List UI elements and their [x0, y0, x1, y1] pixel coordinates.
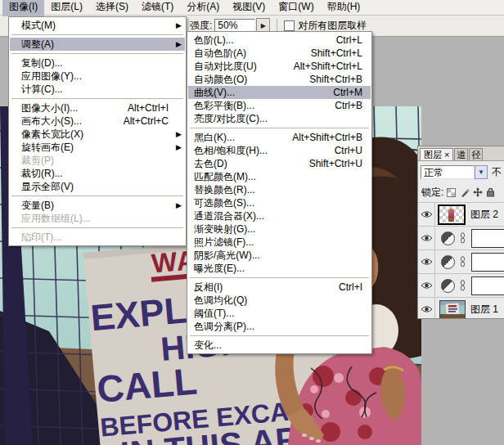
menu-item-shortcut: Alt+Ctrl+I	[128, 102, 169, 114]
submenu-arrow-icon: ▶	[176, 40, 182, 48]
menu-item-label: 模式(M)	[21, 19, 56, 33]
menubar-item-help[interactable]: 帮助(H)	[321, 0, 367, 16]
menu-item-label: 色相/饱和度(H)...	[194, 144, 268, 158]
eye-icon	[421, 234, 433, 242]
submenu-item-auto-color[interactable]: 自动颜色(O) Shift+Ctrl+B	[188, 73, 371, 86]
menu-item-image-size[interactable]: 图像大小(I)... Alt+Ctrl+I	[10, 101, 185, 115]
layer-mask-thumbnail[interactable]	[471, 276, 504, 295]
tab-channels[interactable]: 道	[454, 148, 468, 160]
layer-mask-thumbnail[interactable]	[471, 229, 504, 248]
layer-row-layer2[interactable]: 图层 2	[418, 203, 504, 227]
menu-item-calculations[interactable]: 计算(C)...	[10, 83, 185, 96]
menu-item-label: 计算(C)...	[21, 83, 63, 97]
menu-item-adjustments[interactable]: 调整(A) ▶	[10, 38, 185, 51]
visibility-toggle[interactable]	[418, 250, 435, 273]
menu-item-mode[interactable]: 模式(M) ▶	[10, 19, 185, 32]
menu-item-variables[interactable]: 变量(B) ▶	[10, 199, 185, 212]
menubar-item-analysis[interactable]: 分析(A)	[180, 0, 226, 16]
menubar-item-select[interactable]: 选择(S)	[89, 0, 135, 16]
submenu-item-auto-levels[interactable]: 自动色阶(A) Shift+Ctrl+L	[188, 47, 371, 60]
submenu-item-selective-color[interactable]: 可选颜色(S)...	[188, 196, 371, 209]
panel-tab-strip: 图层 × 道 径	[418, 146, 504, 161]
tab-layers[interactable]: 图层 ×	[420, 148, 453, 160]
submenu-item-match-color[interactable]: 匹配颜色(M)...	[188, 170, 371, 183]
layer-row-adjustment-1[interactable]	[418, 227, 504, 250]
menubar-item-layer[interactable]: 图层(L)	[44, 0, 89, 16]
visibility-toggle[interactable]	[418, 203, 435, 226]
menu-item-duplicate[interactable]: 复制(D)...	[10, 56, 185, 70]
submenu-item-posterize[interactable]: 色调分离(P)...	[188, 320, 371, 333]
menu-item-pixel-aspect-ratio[interactable]: 像素长宽比(X) ▶	[10, 128, 185, 141]
submenu-item-gradient-map[interactable]: 渐变映射(G)...	[188, 222, 371, 236]
submenu-item-shadow-highlight[interactable]: 阴影/高光(W)...	[188, 249, 371, 262]
lock-move-icon[interactable]	[472, 187, 483, 198]
menu-bar: 图像(I) 图层(L) 选择(S) 滤镜(T) 分析(A) 视图(V) 窗口(W…	[0, 0, 504, 16]
menu-item-label: 裁剪(P)	[21, 154, 54, 168]
menubar-item-image[interactable]: 图像(I)	[2, 0, 44, 16]
menu-item-shortcut: Shift+Ctrl+L	[311, 47, 362, 59]
submenu-item-curves[interactable]: 曲线(V)... Ctrl+M	[188, 86, 371, 99]
opacity-label: 不	[492, 165, 502, 179]
layer-row-layer1[interactable]: 图层 1	[418, 298, 504, 319]
sample-all-layers-checkbox[interactable]	[284, 20, 295, 31]
image-menu: 模式(M) ▶ 调整(A) ▶ 复制(D)... 应用图像(Y)... 计算(C…	[8, 16, 187, 246]
visibility-toggle[interactable]	[418, 274, 435, 297]
layer-name[interactable]: 图层 1	[470, 303, 498, 317]
menu-item-label: 变量(B)	[21, 199, 54, 213]
menu-item-label: 自动色阶(A)	[194, 47, 246, 61]
menu-item-shortcut: Alt+Shift+Ctrl+B	[292, 132, 362, 143]
submenu-item-auto-contrast[interactable]: 自动对比度(U) Alt+Shift+Ctrl+L	[188, 60, 371, 73]
lock-all-icon[interactable]	[485, 187, 496, 198]
submenu-item-hue-saturation[interactable]: 色相/饱和度(H)... Ctrl+U	[188, 144, 371, 157]
submenu-item-invert[interactable]: 反相(I) Ctrl+I	[188, 281, 371, 294]
menu-item-label: 画布大小(S)...	[21, 115, 82, 128]
adjustment-layer-icon[interactable]	[441, 279, 455, 293]
menu-item-reveal-all[interactable]: 显示全部(V)	[10, 180, 185, 193]
adjustments-submenu: 色阶(L)... Ctrl+L 自动色阶(A) Shift+Ctrl+L 自动对…	[187, 31, 372, 354]
menu-separator	[11, 227, 183, 228]
layer-thumbnail[interactable]	[439, 300, 466, 319]
layer-thumbnail[interactable]	[438, 205, 466, 225]
menubar-item-view[interactable]: 视图(V)	[226, 0, 272, 16]
layer-row-adjustment-2[interactable]	[418, 250, 504, 274]
submenu-item-brightness-contrast[interactable]: 亮度/对比度(C)...	[188, 112, 371, 125]
layer-row-adjustment-3[interactable]	[418, 274, 504, 298]
layer-mask-thumbnail[interactable]	[471, 253, 504, 272]
menu-item-apply-image[interactable]: 应用图像(Y)...	[10, 70, 185, 83]
layer-name[interactable]: 图层 2	[470, 208, 498, 222]
submenu-arrow-icon: ▶	[176, 143, 182, 151]
adjustment-layer-icon[interactable]	[441, 231, 455, 245]
menu-item-trim[interactable]: 裁切(R)...	[10, 167, 185, 180]
submenu-item-variations[interactable]: 变化...	[188, 339, 371, 352]
tab-paths[interactable]: 径	[469, 148, 483, 160]
submenu-item-color-balance[interactable]: 色彩平衡(B)... Ctrl+B	[188, 99, 371, 112]
submenu-item-threshold[interactable]: 阈值(T)...	[188, 307, 371, 320]
submenu-item-channel-mixer[interactable]: 通道混合器(X)...	[188, 209, 371, 222]
submenu-arrow-icon: ▶	[176, 130, 182, 138]
submenu-item-photo-filter[interactable]: 照片滤镜(F)...	[188, 236, 371, 249]
menu-item-label: 渐变映射(G)...	[194, 222, 255, 236]
menubar-item-filter[interactable]: 滤镜(T)	[135, 0, 180, 16]
submenu-item-replace-color[interactable]: 替换颜色(R)...	[188, 183, 371, 196]
submenu-item-levels[interactable]: 色阶(L)... Ctrl+L	[188, 34, 371, 47]
menu-item-trap: 陷印(T)...	[10, 231, 185, 244]
lock-paint-icon[interactable]	[459, 187, 470, 198]
layer1-thumbnail-image	[440, 301, 465, 318]
submenu-item-exposure[interactable]: 曝光度(E)...	[188, 262, 371, 275]
menu-item-rotate-canvas[interactable]: 旋转画布(E) ▶	[10, 141, 185, 154]
submenu-item-desaturate[interactable]: 去色(D) Shift+Ctrl+U	[188, 157, 371, 170]
menubar-item-window[interactable]: 窗口(W)	[272, 0, 320, 16]
submenu-item-black-white[interactable]: 黑白(K)... Alt+Shift+Ctrl+B	[188, 131, 371, 144]
menu-item-label: 陷印(T)...	[21, 231, 61, 245]
submenu-item-equalize[interactable]: 色调均化(Q)	[188, 294, 371, 307]
menu-item-label: 亮度/对比度(C)...	[194, 112, 268, 126]
adjustment-layer-icon[interactable]	[441, 255, 455, 269]
visibility-toggle[interactable]	[418, 227, 435, 249]
blend-mode-select[interactable]: 正常	[421, 165, 475, 179]
visibility-toggle[interactable]	[418, 298, 435, 319]
chevron-down-icon[interactable]: ▼	[475, 165, 488, 179]
menu-item-canvas-size[interactable]: 画布大小(S)... Alt+Ctrl+C	[10, 115, 185, 128]
menu-item-shortcut: Ctrl+M	[333, 87, 362, 98]
lock-transparency-icon[interactable]	[446, 187, 457, 198]
menu-separator	[11, 196, 183, 196]
